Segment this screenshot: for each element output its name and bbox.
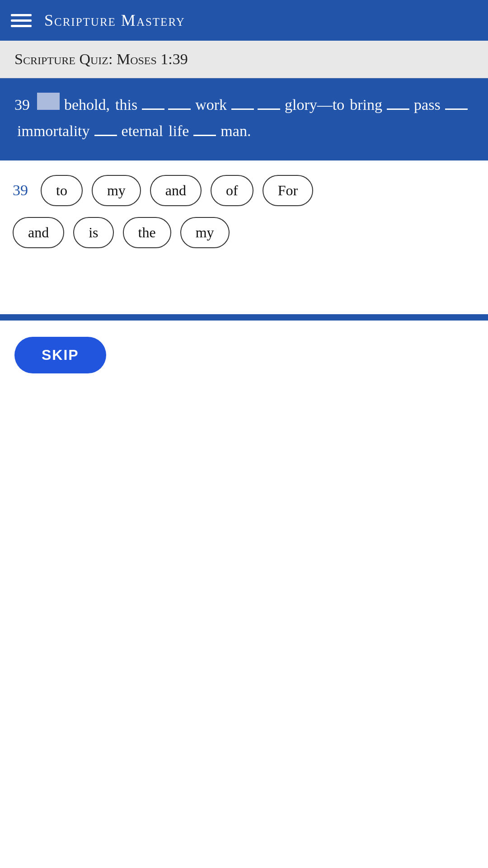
blank-dash-8	[193, 135, 216, 136]
word-chip-and-1[interactable]: and	[150, 175, 202, 206]
scripture-word-glory: glory—to	[285, 92, 344, 118]
word-chip-to[interactable]: to	[41, 175, 83, 206]
blank-dash-7	[94, 135, 117, 136]
scripture-word-life: life	[169, 118, 189, 144]
blank-dash-3	[231, 108, 254, 110]
word-chip-for[interactable]: For	[263, 175, 313, 206]
options-verse-number: 39	[13, 182, 28, 199]
word-chip-is[interactable]: is	[73, 217, 113, 248]
word-chip-the[interactable]: the	[123, 217, 171, 248]
blank-box-1	[37, 93, 60, 110]
blank-dash-2	[168, 108, 191, 110]
app-header: Scripture Mastery	[0, 0, 488, 41]
scripture-word-immortality: immortality	[17, 118, 90, 144]
action-area: SKIP	[0, 321, 488, 390]
blank-dash-6	[445, 108, 468, 110]
scripture-word-man: man.	[221, 118, 251, 144]
word-chip-and-2[interactable]: and	[13, 217, 64, 248]
word-chip-of[interactable]: of	[211, 175, 253, 206]
quiz-title: Scripture Quiz: Moses 1:39	[14, 51, 188, 67]
blank-dash-5	[387, 108, 409, 110]
section-divider	[0, 314, 488, 321]
options-row-1: 39 to my and of For	[13, 175, 475, 206]
options-row-2: and is the my	[13, 217, 475, 248]
app-title: Scripture Mastery	[44, 11, 185, 30]
skip-button[interactable]: SKIP	[14, 337, 106, 373]
scripture-word-bring: bring	[350, 92, 382, 118]
scripture-word-this: this	[115, 92, 137, 118]
word-chip-my-1[interactable]: my	[92, 175, 141, 206]
word-chip-my-2[interactable]: my	[180, 217, 230, 248]
scripture-word-eternal: eternal	[122, 118, 164, 144]
verse-number: 39	[14, 92, 30, 118]
scripture-word-pass: pass	[414, 92, 441, 118]
scripture-word-work: work	[195, 92, 227, 118]
scripture-word-behold: behold,	[64, 92, 110, 118]
blank-dash-4	[258, 108, 280, 110]
scripture-text: 39 behold, this work glory—to bring pass…	[14, 92, 474, 144]
word-options-area: 39 to my and of For and is the my	[0, 160, 488, 314]
blank-dash-1	[142, 108, 164, 110]
menu-button[interactable]	[11, 14, 32, 27]
scripture-display: 39 behold, this work glory—to bring pass…	[0, 78, 488, 160]
quiz-subtitle-bar: Scripture Quiz: Moses 1:39	[0, 41, 488, 78]
